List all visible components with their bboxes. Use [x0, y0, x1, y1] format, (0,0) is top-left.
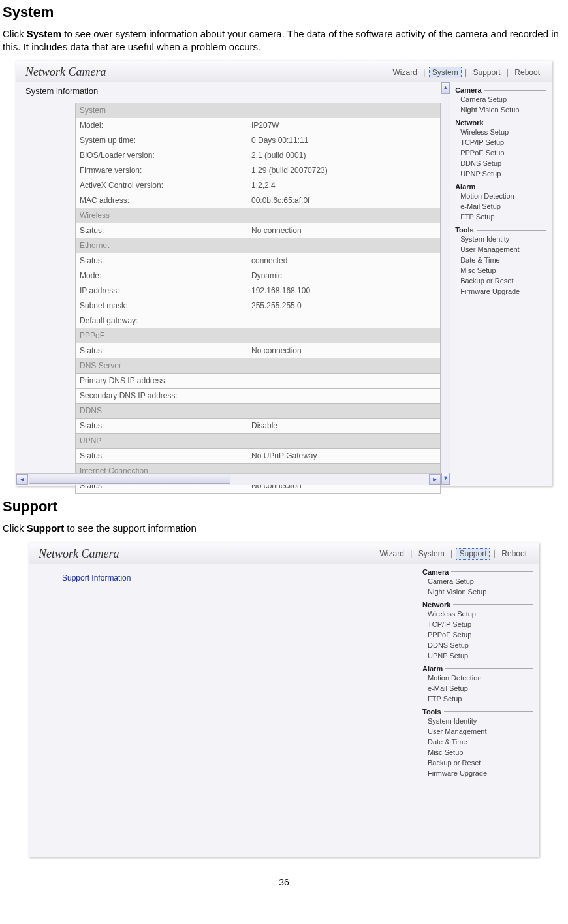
info-label: Model:: [76, 118, 247, 133]
sidebar-item[interactable]: Night Vision Setup: [422, 586, 533, 597]
table-row: System: [76, 103, 441, 118]
info-value: 255.255.255.0: [247, 298, 441, 313]
table-row: ActiveX Control version:1,2,2,4: [76, 178, 441, 193]
top-links: Wizard | System | Support | Reboot: [390, 68, 543, 77]
para-bold: Support: [27, 522, 65, 534]
sidebar-group: AlarmMotion Detectione-Mail SetupFTP Set…: [422, 665, 533, 704]
sidebar-group: NetworkWireless SetupTCP/IP SetupPPPoE S…: [455, 119, 546, 179]
sidebar-item[interactable]: Firmware Upgrade: [422, 768, 533, 778]
brand-label: Network Camera: [39, 547, 119, 561]
sidebar-item[interactable]: Camera Setup: [422, 576, 533, 586]
separator: |: [492, 549, 497, 558]
sidebar-item[interactable]: TCP/IP Setup: [422, 619, 533, 629]
sidebar-item[interactable]: e-Mail Setup: [455, 201, 546, 212]
info-label: Subnet mask:: [76, 298, 247, 313]
info-label: Status:: [76, 223, 247, 238]
info-label: Status:: [76, 253, 247, 268]
sidebar-item[interactable]: Date & Time: [422, 737, 533, 747]
separator: |: [449, 549, 454, 558]
sidebar-item[interactable]: UPNP Setup: [422, 650, 533, 661]
sidebar-item[interactable]: Misc Setup: [422, 747, 533, 757]
scroll-track[interactable]: [441, 94, 450, 473]
sidebar-item[interactable]: Wireless Setup: [455, 127, 546, 137]
sidebar-item[interactable]: System Identity: [455, 234, 546, 244]
section-header: UPNP: [76, 434, 441, 449]
sidebar-item[interactable]: Night Vision Setup: [455, 104, 546, 115]
info-label: BIOS/Loader version:: [76, 148, 247, 163]
table-row: Status:No UPnP Gateway: [76, 449, 441, 464]
link-system[interactable]: System: [416, 549, 447, 559]
link-support[interactable]: Support: [470, 67, 503, 78]
link-system[interactable]: System: [429, 67, 462, 78]
table-row: Status:No connection: [76, 343, 441, 358]
scroll-up-icon[interactable]: ▲: [441, 82, 450, 94]
link-wizard[interactable]: Wizard: [390, 67, 419, 78]
sidebar-item[interactable]: UPNP Setup: [455, 168, 546, 179]
scroll-track[interactable]: [28, 474, 429, 485]
sidebar-item[interactable]: PPPoE Setup: [455, 148, 546, 158]
table-row: UPNP: [76, 434, 441, 449]
brand-label: Network Camera: [25, 65, 106, 79]
info-value: No connection: [247, 343, 441, 358]
table-row: IP address:192.168.168.100: [76, 283, 441, 298]
info-value: Dynamic: [247, 268, 441, 283]
sidebar-group-label: Camera: [422, 568, 533, 576]
sidebar-item[interactable]: FTP Setup: [455, 212, 546, 222]
info-label: Status:: [76, 343, 247, 358]
link-support[interactable]: Support: [456, 548, 490, 560]
sidebar-item[interactable]: DDNS Setup: [422, 640, 533, 650]
sidebar-group-label: Network: [422, 601, 533, 609]
info-value: connected: [247, 253, 441, 268]
link-wizard[interactable]: Wizard: [377, 549, 406, 559]
sidebar-item[interactable]: Backup or Reset: [422, 757, 533, 768]
table-row: DDNS: [76, 404, 441, 419]
sidebar-item[interactable]: DDNS Setup: [455, 158, 546, 168]
sidebar-item[interactable]: Backup or Reset: [455, 276, 546, 286]
scroll-left-icon[interactable]: ◄: [16, 474, 28, 485]
table-row: DNS Server: [76, 358, 441, 374]
heading-system: System: [3, 4, 565, 21]
sidebar-item[interactable]: FTP Setup: [422, 693, 533, 704]
page-number: 36: [3, 877, 565, 887]
link-reboot[interactable]: Reboot: [512, 67, 543, 78]
info-label: System up time:: [76, 133, 247, 148]
sidebar-item[interactable]: Camera Setup: [455, 94, 546, 104]
horizontal-scrollbar[interactable]: ◄ ►: [16, 473, 441, 485]
sidebar-item[interactable]: User Management: [422, 726, 533, 737]
info-label: ActiveX Control version:: [76, 178, 247, 193]
info-value: 1.29 (build 20070723): [247, 163, 441, 178]
info-value: 00:0b:6c:65:af:0f: [247, 193, 441, 208]
sidebar-item[interactable]: Date & Time: [455, 255, 546, 265]
sidebar-item[interactable]: Motion Detection: [422, 673, 533, 683]
topbar: Network Camera Wizard | System | Support…: [16, 61, 552, 82]
info-label: Default gateway:: [76, 313, 247, 328]
para-text: Click: [3, 522, 27, 534]
sidebar-item[interactable]: PPPoE Setup: [422, 629, 533, 640]
sidebar-item[interactable]: User Management: [455, 244, 546, 255]
table-row: Model:IP207W: [76, 118, 441, 133]
left-pane: System information SystemModel:IP207WSys…: [16, 82, 441, 485]
scroll-down-icon[interactable]: ▼: [441, 473, 450, 485]
section-header: DDNS: [76, 404, 441, 419]
sidebar-nav: CameraCamera SetupNight Vision SetupNetw…: [450, 82, 552, 485]
sidebar-item[interactable]: Firmware Upgrade: [455, 286, 546, 296]
sidebar-item[interactable]: System Identity: [422, 716, 533, 726]
sidebar-item[interactable]: Misc Setup: [455, 265, 546, 276]
section-header: System: [76, 103, 441, 118]
info-label: IP address:: [76, 283, 247, 298]
link-reboot[interactable]: Reboot: [499, 549, 529, 559]
para-text: to see over system information about you…: [3, 28, 559, 52]
vertical-scrollbar[interactable]: ▲ ▼: [441, 82, 450, 485]
top-links: Wizard | System | Support | Reboot: [377, 549, 529, 558]
table-row: Status:connected: [76, 253, 441, 268]
scroll-thumb[interactable]: [29, 475, 230, 484]
sidebar-group-label: Tools: [455, 226, 546, 234]
left-pane: Support Information: [29, 564, 417, 855]
sidebar-item[interactable]: TCP/IP Setup: [455, 137, 546, 148]
sidebar-item[interactable]: Motion Detection: [455, 191, 546, 201]
info-value: [247, 389, 441, 404]
scroll-right-icon[interactable]: ►: [429, 474, 441, 485]
table-row: Status:Disable: [76, 419, 441, 434]
sidebar-item[interactable]: e-Mail Setup: [422, 683, 533, 693]
sidebar-item[interactable]: Wireless Setup: [422, 609, 533, 619]
